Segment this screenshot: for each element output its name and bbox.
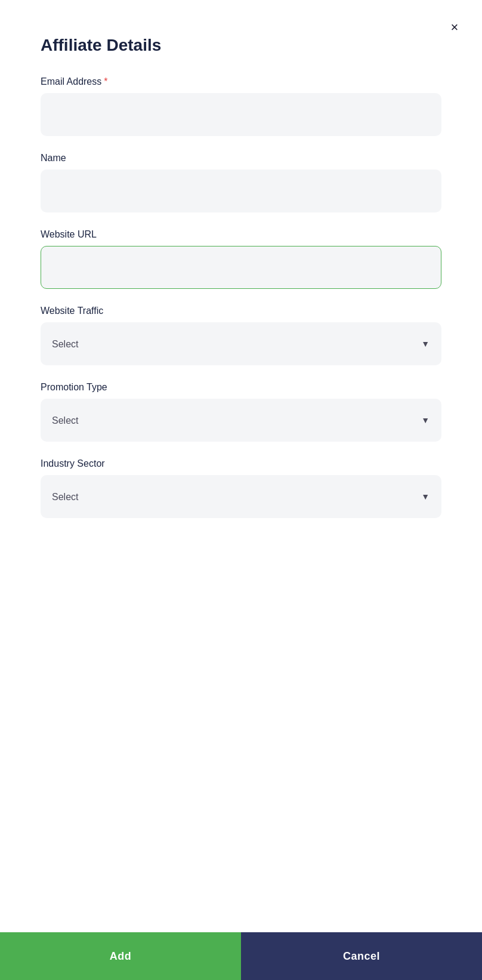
promotion-type-form-group: Promotion Type Select ▼: [41, 382, 441, 442]
promotion-type-select-wrapper: Select ▼: [41, 399, 441, 442]
website-traffic-select-wrapper: Select ▼: [41, 322, 441, 365]
name-label: Name: [41, 153, 441, 164]
website-traffic-label: Website Traffic: [41, 306, 441, 316]
industry-sector-select-wrapper: Select ▼: [41, 475, 441, 518]
website-traffic-select[interactable]: Select: [41, 322, 441, 365]
email-input[interactable]: [41, 93, 441, 136]
cancel-button[interactable]: Cancel: [241, 932, 482, 980]
industry-sector-select[interactable]: Select: [41, 475, 441, 518]
required-star: *: [104, 76, 107, 87]
modal-title: Affiliate Details: [41, 36, 441, 55]
promotion-type-label: Promotion Type: [41, 382, 441, 393]
close-icon: ×: [451, 20, 459, 35]
website-url-form-group: Website URL: [41, 229, 441, 289]
modal-container: × Affiliate Details Email Address * Name…: [0, 0, 482, 980]
industry-sector-form-group: Industry Sector Select ▼: [41, 458, 441, 518]
website-url-input[interactable]: [41, 246, 441, 289]
industry-sector-label: Industry Sector: [41, 458, 441, 469]
add-button[interactable]: Add: [0, 932, 241, 980]
modal-content: Affiliate Details Email Address * Name W…: [0, 0, 482, 980]
footer-buttons: Add Cancel: [0, 932, 482, 980]
website-traffic-form-group: Website Traffic Select ▼: [41, 306, 441, 365]
email-form-group: Email Address *: [41, 76, 441, 136]
name-form-group: Name: [41, 153, 441, 212]
website-url-label: Website URL: [41, 229, 441, 240]
promotion-type-select[interactable]: Select: [41, 399, 441, 442]
close-button[interactable]: ×: [445, 18, 464, 37]
name-input[interactable]: [41, 170, 441, 212]
email-label: Email Address *: [41, 76, 441, 87]
